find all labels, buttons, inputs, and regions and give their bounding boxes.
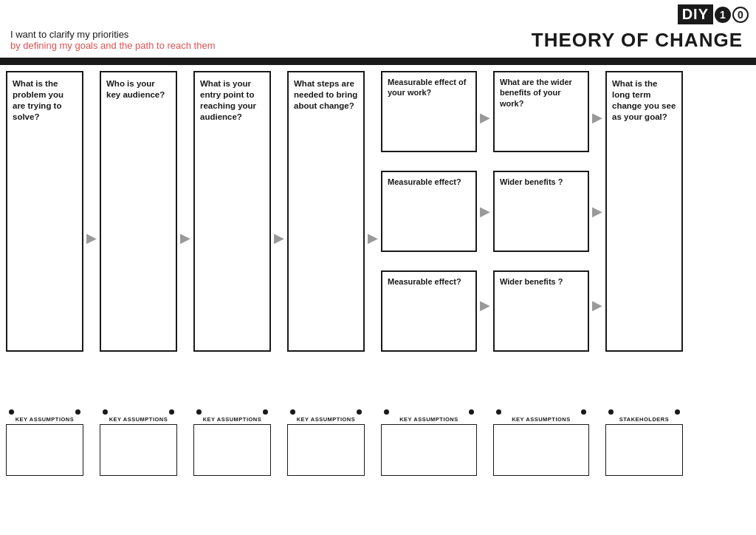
bottom-spacer-6 [589,409,605,476]
page-title: THEORY OF CHANGE [532,29,746,52]
dots-col7 [605,409,683,415]
assumption-box-4[interactable] [287,424,365,476]
arrow-3-4: ▶ [271,71,287,405]
subtitle-left: I want to clarify my priorities by defin… [10,29,532,51]
col6-box-top[interactable]: What are the wider benefits of your work… [493,71,589,152]
column-3: What is your entry point to reaching you… [193,71,271,405]
dot-right-7 [675,409,680,415]
assumption-col6: KEY ASSUMPTIONS [493,409,589,476]
dot-right-2 [169,409,174,415]
dot-left-2 [103,409,108,415]
dots-col6 [493,409,589,415]
assumption-label-7: STAKEHOLDERS [619,416,670,423]
assumption-label-5: KEY ASSUMPTIONS [399,416,458,423]
bottom-spacer-3 [271,409,287,476]
top-bar: DIY 1 0 [0,0,756,26]
col6-bot-label: Wider benefits ? [500,277,563,286]
arrow-6-7-mid: ▶ [592,203,602,219]
col2-box[interactable]: Who is your key audience? [100,71,177,352]
dot-right-1 [75,409,80,415]
col5-bot-label: Measurable effect? [388,277,461,286]
assumption-box-6[interactable] [493,424,589,476]
assumption-col4: KEY ASSUMPTIONS [287,409,365,476]
col6-mid-label: Wider benefits ? [500,177,563,186]
diy-badge: DIY 1 0 [678,4,749,24]
col3-question: What is your entry point to reaching you… [200,78,264,123]
assumption-label-1: KEY ASSUMPTIONS [16,416,75,423]
assumption-col7: STAKEHOLDERS [605,409,683,476]
column-4: What steps are needed to bring about cha… [287,71,365,405]
arrows-5-6: ▶ ▶ ▶ [477,71,493,352]
dots-col5 [381,409,477,415]
column-1: What is the problem you are trying to so… [6,71,83,405]
main-content: What is the problem you are trying to so… [0,65,756,405]
col5-subboxes: Measurable effect of your work? Measurab… [381,71,477,352]
dots-col1 [6,409,83,415]
assumption-label-4: KEY ASSUMPTIONS [297,416,356,423]
col3-box[interactable]: What is your entry point to reaching you… [193,71,271,352]
col6-question: What are the wider benefits of your work… [500,78,572,108]
dot-right-3 [263,409,268,415]
assumption-box-7[interactable] [605,424,683,476]
arrow-4-5: ▶ [365,71,381,405]
column-7: What is the long term change you see as … [605,71,683,405]
black-bar [0,60,756,65]
col5-box-mid[interactable]: Measurable effect? [381,171,477,252]
col5-question: Measurable effect of your work? [388,78,466,97]
bottom-spacer-1 [83,409,100,476]
col1-box[interactable]: What is the problem you are trying to so… [6,71,83,352]
arrow-5-6-top: ▶ [480,109,490,126]
dot-left-5 [384,409,389,415]
assumption-col2: KEY ASSUMPTIONS [100,409,177,476]
dots-col4 [287,409,365,415]
arrow-1-2: ▶ [83,71,100,405]
col5-box-bot[interactable]: Measurable effect? [381,270,477,352]
col5-mid-label: Measurable effect? [388,177,461,186]
subtitle-section: I want to clarify my priorities by defin… [0,26,756,60]
bottom-section: KEY ASSUMPTIONS KEY ASSUMPTIONS KEY ASSU… [0,409,756,476]
col6-box-mid[interactable]: Wider benefits ? [493,171,589,252]
col6-box-bot[interactable]: Wider benefits ? [493,270,589,352]
assumption-col5: KEY ASSUMPTIONS [381,409,477,476]
col5-box-top[interactable]: Measurable effect of your work? [381,71,477,152]
assumption-col3: KEY ASSUMPTIONS [193,409,271,476]
assumption-box-3[interactable] [193,424,271,476]
dot-left-6 [496,409,501,415]
col7-box[interactable]: What is the long term change you see as … [605,71,683,352]
col4-box[interactable]: What steps are needed to bring about cha… [287,71,365,352]
assumption-box-1[interactable] [6,424,83,476]
col7-question: What is the long term change you see as … [612,78,676,123]
arrow-5-6-mid: ▶ [480,203,490,219]
dots-col2 [100,409,177,415]
dot-right-4 [357,409,362,415]
dot-left-1 [9,409,14,415]
subtitle-sub: by defining my goals and the path to rea… [10,40,532,51]
dot-left-4 [290,409,295,415]
dot-right-6 [581,409,586,415]
column-5: Measurable effect of your work? Measurab… [381,71,477,405]
arrow-5-6-bot: ▶ [480,297,490,313]
bottom-spacer-5 [477,409,493,476]
assumption-col1: KEY ASSUMPTIONS [6,409,83,476]
col1-question: What is the problem you are trying to so… [13,78,77,123]
arrows-6-7: ▶ ▶ ▶ [589,71,605,352]
assumption-label-3: KEY ASSUMPTIONS [203,416,262,423]
col4-question: What steps are needed to bring about cha… [294,78,358,112]
assumption-label-2: KEY ASSUMPTIONS [109,416,168,423]
col6-subboxes: What are the wider benefits of your work… [493,71,589,352]
assumption-box-2[interactable] [100,424,177,476]
col2-question: Who is your key audience? [106,78,171,100]
diy-label: DIY [678,4,713,24]
column-2: Who is your key audience? [100,71,177,405]
dots-col3 [193,409,271,415]
diy-num1: 1 [715,7,731,23]
arrow-6-7-top: ▶ [592,109,602,126]
column-6: What are the wider benefits of your work… [493,71,589,405]
arrow-2-3: ▶ [177,71,193,405]
bottom-spacer-4 [365,409,381,476]
arrow-6-7-bot: ▶ [592,297,602,313]
assumption-label-6: KEY ASSUMPTIONS [512,416,571,423]
subtitle-main: I want to clarify my priorities [10,29,532,40]
assumption-box-5[interactable] [381,424,477,476]
dot-right-5 [469,409,474,415]
